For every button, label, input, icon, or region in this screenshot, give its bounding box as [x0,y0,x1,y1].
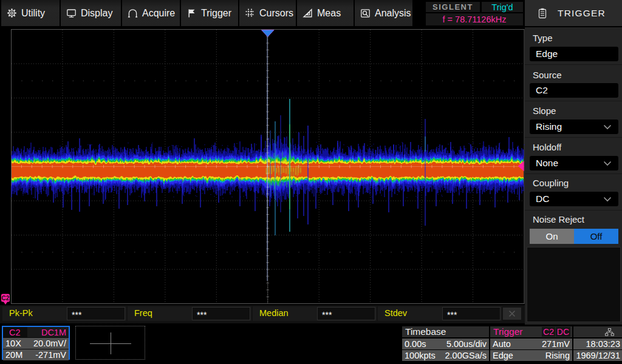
svg-text:C2: C2 [2,295,10,302]
